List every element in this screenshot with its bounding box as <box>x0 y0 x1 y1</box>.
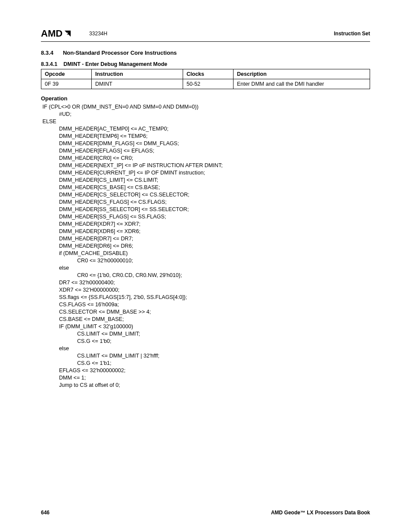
logo-text: AMD <box>41 28 62 39</box>
table-header-row: Opcode Instruction Clocks Description <box>41 69 370 79</box>
page-number: 646 <box>41 510 50 516</box>
td-opcode: 0F 39 <box>41 79 92 89</box>
subsection-heading: 8.3.4.1 DMINT - Enter Debug Management M… <box>41 61 370 67</box>
page-header: AMD 33234H Instruction Set <box>41 28 370 42</box>
operation-label: Operation <box>41 95 370 102</box>
amd-arrow-icon <box>63 29 72 38</box>
section-number: 8.3.4 <box>41 50 53 56</box>
subsection-title: DMINT - Enter Debug Management Mode <box>63 61 167 67</box>
td-clocks: 50-52 <box>183 79 234 89</box>
header-right: Instruction Set <box>334 31 370 37</box>
page-footer: 646 AMD Geode™ LX Processors Data Book <box>41 510 370 516</box>
td-description: Enter DMM and call the DMI handler <box>234 79 370 89</box>
th-description: Description <box>234 69 370 79</box>
instruction-table: Opcode Instruction Clocks Description 0F… <box>41 69 370 89</box>
th-opcode: Opcode <box>41 69 92 79</box>
th-clocks: Clocks <box>183 69 234 79</box>
book-title: AMD Geode™ LX Processors Data Book <box>271 510 370 516</box>
subsection-number: 8.3.4.1 <box>41 61 57 67</box>
amd-logo: AMD <box>41 28 72 39</box>
section-title: Non-Standard Processor Core Instructions <box>63 50 177 56</box>
doc-number: 33234H <box>89 31 107 37</box>
operation-code: IF (CPL<>0 OR (DMM_INST_EN=0 AND SMM=0 A… <box>41 103 370 389</box>
td-instruction: DMINT <box>92 79 183 89</box>
section-heading: 8.3.4 Non-Standard Processor Core Instru… <box>41 50 370 56</box>
table-row: 0F 39 DMINT 50-52 Enter DMM and call the… <box>41 79 370 89</box>
th-instruction: Instruction <box>92 69 183 79</box>
